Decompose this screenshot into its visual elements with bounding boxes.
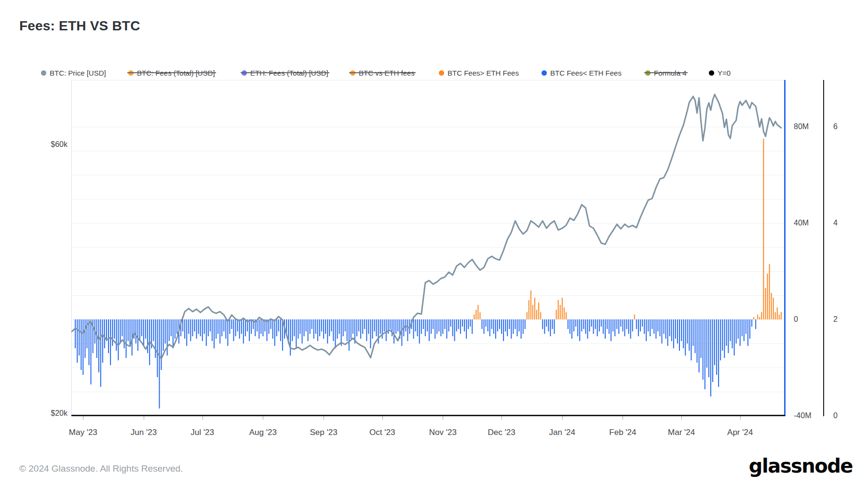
x-axis-tick bbox=[382, 416, 383, 420]
y-equals-zero-line bbox=[71, 415, 785, 416]
legend-dot-icon bbox=[709, 70, 714, 76]
x-axis-label: Oct '23 bbox=[353, 428, 411, 437]
x-axis-label: Nov '23 bbox=[414, 428, 472, 437]
btc-fees-less-than-eth-bars bbox=[75, 319, 756, 409]
axis-tick-label: $60k bbox=[19, 140, 68, 149]
x-axis-tick bbox=[681, 416, 682, 420]
legend-item-label: BTC Fees> ETH Fees bbox=[448, 69, 519, 77]
axis-tick-label: $20k bbox=[19, 409, 68, 418]
x-axis-label: Apr '24 bbox=[711, 428, 769, 437]
legend-item[interactable]: Formula 4 bbox=[645, 68, 687, 78]
secondary-axis-line bbox=[823, 80, 824, 416]
x-axis-label: Sep '23 bbox=[295, 428, 353, 437]
axis-tick-label: 0 bbox=[794, 315, 821, 324]
legend-item-label: Y=0 bbox=[718, 69, 731, 77]
eth-axis-line-blue bbox=[784, 80, 786, 416]
chart-canvas bbox=[71, 80, 785, 416]
legend-item[interactable]: BTC: Price [USD] bbox=[41, 68, 106, 78]
x-axis-tick bbox=[740, 416, 741, 420]
legend-item[interactable]: ETH: Fees (Total) [USD] bbox=[242, 68, 328, 78]
copyright-text: © 2024 Glassnode. All Rights Reserved. bbox=[19, 463, 183, 474]
legend-dot-icon bbox=[128, 70, 134, 76]
x-axis-label: Feb '24 bbox=[594, 428, 651, 437]
legend-item-label: ETH: Fees (Total) [USD] bbox=[250, 69, 328, 77]
x-axis-label: Mar '24 bbox=[652, 428, 710, 437]
legend-item[interactable]: BTC: Fees (Total) [USD] bbox=[128, 68, 215, 78]
legend-item-label: Formula 4 bbox=[654, 69, 687, 77]
axis-tick-label: 80M bbox=[794, 122, 821, 132]
axis-tick-label: 40M bbox=[794, 218, 821, 228]
plot-area[interactable] bbox=[71, 80, 785, 416]
x-axis-label: May '23 bbox=[54, 428, 112, 437]
x-axis-tick bbox=[263, 416, 263, 420]
legend-dot-icon bbox=[439, 70, 444, 76]
legend-dot-icon bbox=[41, 70, 46, 76]
legend-item-label: BTC vs ETH fees bbox=[359, 69, 415, 77]
x-axis-label: Dec '23 bbox=[473, 428, 530, 437]
legend-item-label: BTC: Fees (Total) [USD] bbox=[137, 69, 215, 77]
x-axis-label: Jan '24 bbox=[533, 428, 591, 437]
legend-dot-icon bbox=[242, 70, 247, 76]
legend-item[interactable]: BTC Fees< ETH Fees bbox=[542, 68, 622, 78]
legend-dot-icon bbox=[350, 70, 355, 76]
axis-tick-label: 2 bbox=[833, 315, 848, 324]
x-axis-tick bbox=[502, 416, 502, 420]
legend-item[interactable]: BTC vs ETH fees bbox=[350, 68, 415, 78]
x-axis-tick bbox=[83, 416, 83, 420]
axis-tick-label: -40M bbox=[794, 411, 821, 421]
legend-item-label: BTC Fees< ETH Fees bbox=[550, 69, 622, 77]
legend-dot-icon bbox=[645, 70, 651, 76]
btc-price-line bbox=[71, 94, 781, 359]
x-axis-tick bbox=[144, 416, 144, 420]
x-axis-tick bbox=[324, 416, 324, 420]
legend-item-label: BTC: Price [USD] bbox=[50, 69, 106, 77]
x-axis-tick bbox=[623, 416, 623, 420]
axis-tick-label: 0 bbox=[833, 411, 848, 421]
x-axis-tick bbox=[443, 416, 443, 420]
x-axis-label: Jul '23 bbox=[174, 428, 231, 437]
x-axis-tick bbox=[562, 416, 563, 420]
axis-tick-label: 4 bbox=[833, 218, 848, 228]
x-axis-tick bbox=[203, 416, 203, 420]
legend-item[interactable]: Y=0 bbox=[709, 68, 731, 78]
glassnode-logo: glassnode bbox=[749, 455, 853, 477]
legend-dot-icon bbox=[542, 70, 547, 76]
legend-item[interactable]: BTC Fees> ETH Fees bbox=[439, 68, 519, 78]
axis-tick-label: 6 bbox=[833, 122, 848, 132]
chart-page: Fees: ETH VS BTC BTC: Price [USD]BTC: Fe… bbox=[0, 0, 868, 488]
x-axis-label: Aug '23 bbox=[234, 428, 292, 437]
x-axis-label: Jun '23 bbox=[115, 428, 173, 437]
page-title: Fees: ETH VS BTC bbox=[19, 18, 140, 34]
